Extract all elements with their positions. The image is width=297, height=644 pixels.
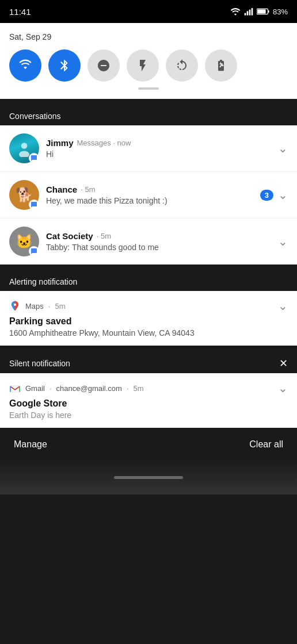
expand-chance[interactable]: ⌄ xyxy=(278,188,288,202)
conv-header-chance: Chance · 5m xyxy=(46,185,260,194)
conversations-header: Conversations xyxy=(0,105,297,125)
toggle-row xyxy=(9,49,288,82)
status-time: 11:41 xyxy=(9,7,31,17)
conv-content-jimmy: Jimmy Messages · now Hi xyxy=(46,138,278,159)
gmail-sender: chance@gmail.com xyxy=(56,384,122,393)
alerting-time: 5m xyxy=(55,302,65,310)
gap-1 xyxy=(0,99,297,105)
batterysaver-toggle[interactable] xyxy=(205,49,237,82)
alerting-notification-card[interactable]: Maps · 5m ⌄ Parking saved 1600 Amphithea… xyxy=(0,291,297,346)
gmail-notification-header: Gmail · chance@gmail.com · 5m ⌄ xyxy=(9,381,288,395)
battery-percentage: 83% xyxy=(273,7,288,16)
svg-rect-6 xyxy=(268,10,269,13)
conv-meta-catsociety: · 5m xyxy=(97,232,111,240)
message-badge-chance xyxy=(29,200,39,210)
conv-actions-catsociety: ⌄ xyxy=(278,235,288,248)
silent-label: Silent notification xyxy=(9,359,70,368)
battery-icon xyxy=(257,8,269,15)
conv-content-chance: Chance · 5m Hey, we made this Pizza toni… xyxy=(46,185,260,205)
close-silent-button[interactable]: ✕ xyxy=(279,357,288,370)
svg-rect-0 xyxy=(245,13,246,16)
gmail-dot-2: · xyxy=(127,384,129,393)
expand-gmail[interactable]: ⌄ xyxy=(278,381,288,395)
svg-rect-1 xyxy=(247,11,249,15)
clear-all-button[interactable]: Clear all xyxy=(249,439,283,450)
conv-name-chance: Chance xyxy=(46,185,77,194)
avatar-wrap-chance: 🐕 xyxy=(9,180,39,210)
conv-actions-chance: 3 ⌄ xyxy=(260,188,288,202)
status-bar: 11:41 83% xyxy=(0,0,297,23)
drag-handle xyxy=(138,87,159,90)
silent-section-header: Silent notification ✕ xyxy=(0,351,297,373)
bluetooth-toggle[interactable] xyxy=(48,49,81,82)
gap-2 xyxy=(0,264,297,270)
expand-jimmy[interactable]: ⌄ xyxy=(278,141,288,155)
status-icons: 83% xyxy=(230,7,288,16)
svg-point-8 xyxy=(19,151,29,158)
home-indicator xyxy=(114,476,183,479)
alerting-app-name: Maps xyxy=(25,302,44,310)
wifi-toggle[interactable] xyxy=(9,49,41,82)
gap-3 xyxy=(0,346,297,351)
gmail-time: 5m xyxy=(134,384,144,393)
conv-name-catsociety: Cat Society xyxy=(46,231,93,241)
messages-icon-jimmy xyxy=(31,155,37,162)
gmail-dot-1: · xyxy=(50,384,52,393)
svg-point-7 xyxy=(21,143,28,149)
bluetooth-toggle-icon xyxy=(58,59,71,72)
alerting-header: Alerting notification xyxy=(0,270,297,291)
alerting-title: Parking saved xyxy=(9,316,288,327)
flashlight-toggle[interactable] xyxy=(127,49,159,82)
gmail-notification-body: Earth Day is here xyxy=(9,411,288,420)
messages-icon-catsociety xyxy=(31,248,37,255)
wifi-icon xyxy=(230,7,241,16)
conversation-item-chance[interactable]: 🐕 Chance · 5m Hey, we made this Pizza to… xyxy=(0,172,297,218)
batterysaver-toggle-icon xyxy=(214,59,228,72)
conv-message-jimmy: Hi xyxy=(46,150,278,159)
avatar-wrap-jimmy xyxy=(9,133,39,163)
avatar-wrap-catsociety: 🐱 xyxy=(9,227,39,256)
flashlight-toggle-icon xyxy=(136,59,150,72)
autorotate-toggle[interactable] xyxy=(166,49,198,82)
quick-settings-panel: Sat, Sep 29 xyxy=(0,23,297,99)
date-label: Sat, Sep 29 xyxy=(9,32,288,41)
svg-rect-3 xyxy=(252,8,253,16)
wifi-toggle-icon xyxy=(18,59,32,72)
conv-actions-jimmy: ⌄ xyxy=(278,141,288,155)
bottom-area xyxy=(0,460,297,494)
conversations-card: Jimmy Messages · now Hi ⌄ 🐕 Chance · 5m xyxy=(0,125,297,264)
gmail-notification-card[interactable]: Gmail · chance@gmail.com · 5m ⌄ Google S… xyxy=(0,373,297,428)
dnd-toggle[interactable] xyxy=(87,49,120,82)
signal-icon xyxy=(244,7,253,16)
maps-icon xyxy=(9,300,21,312)
conversation-item-catsociety[interactable]: 🐱 Cat Society · 5m Tabby: That sounds go… xyxy=(0,218,297,264)
gmail-notification-title: Google Store xyxy=(9,398,288,409)
conv-meta-jimmy: Messages · now xyxy=(77,139,131,147)
conv-name-jimmy: Jimmy xyxy=(46,138,74,148)
conv-header-catsociety: Cat Society · 5m xyxy=(46,231,278,241)
conv-meta-chance: · 5m xyxy=(81,185,95,194)
conv-content-catsociety: Cat Society · 5m Tabby: That sounds good… xyxy=(46,231,278,252)
alerting-notification-header: Maps · 5m ⌄ xyxy=(9,299,288,313)
unread-badge-chance: 3 xyxy=(260,190,273,201)
alerting-body: 1600 Amphitheatre Pkwy, Mountain View, C… xyxy=(9,328,288,338)
expand-alerting[interactable]: ⌄ xyxy=(278,299,288,313)
svg-point-9 xyxy=(14,304,16,306)
conversation-item-jimmy[interactable]: Jimmy Messages · now Hi ⌄ xyxy=(0,125,297,172)
dnd-toggle-icon xyxy=(97,59,111,72)
messages-icon-chance xyxy=(31,201,37,208)
autorotate-toggle-icon xyxy=(175,59,189,72)
gmail-app-info: Gmail · chance@gmail.com · 5m xyxy=(9,384,144,393)
svg-rect-5 xyxy=(257,10,265,14)
alerting-dot: · xyxy=(48,302,51,310)
message-badge-catsociety xyxy=(29,246,39,256)
alerting-app-info: Maps · 5m xyxy=(9,300,65,312)
manage-button[interactable]: Manage xyxy=(14,439,47,450)
gmail-app-name: Gmail xyxy=(25,384,45,393)
expand-catsociety[interactable]: ⌄ xyxy=(278,235,288,248)
conv-message-catsociety: Tabby: That sounds good to me xyxy=(46,243,278,252)
conv-header-jimmy: Jimmy Messages · now xyxy=(46,138,278,148)
message-badge-jimmy xyxy=(29,153,39,163)
gmail-icon xyxy=(9,384,21,393)
svg-rect-2 xyxy=(249,10,251,16)
